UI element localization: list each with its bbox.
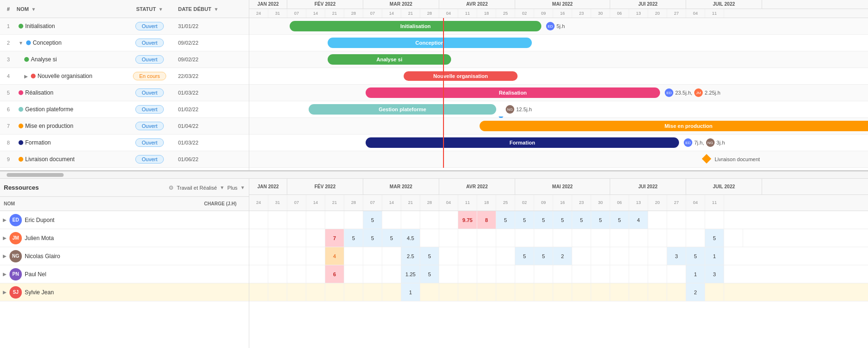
expand-icon[interactable]: ▼ [19,40,23,46]
res-cell: 5 [591,211,610,229]
status-dot [31,74,36,78]
resources-title: Ressources [4,184,39,191]
res-cell [610,247,629,265]
avatar: ED [9,214,22,226]
res-cell: 5 [363,229,382,247]
weeks-row: 24 31 07 14 21 28 07 14 21 28 04 11 18 2… [249,9,868,18]
gantt-bar-analyse[interactable]: Analyse si [328,54,451,65]
week-cell: 28 [420,9,439,18]
res-cell: 5 [553,211,572,229]
plus-chevron-icon[interactable]: ▼ [240,185,245,190]
week-cell: 07 [287,9,306,18]
status-badge[interactable]: Ouvert [135,105,163,114]
res-month-jan: JAN 2022 [249,179,287,194]
week-cell: 21 [325,195,344,211]
status-badge[interactable]: Ouvert [135,122,163,130]
week-cell: 02 [515,195,534,211]
status-badge[interactable]: Ouvert [135,155,163,164]
col-name-header: NOM ▼ [17,6,121,12]
week-cell: 02 [515,9,534,18]
res-cell [610,229,629,247]
task-row: 4 ▶ Nouvelle organisation En cours 22/03… [0,68,249,85]
date-filter-icon[interactable]: ▼ [214,7,218,12]
week-cell: 07 [363,195,382,211]
filter-label[interactable]: Travail et Réalisé [177,185,217,191]
status-filter-icon[interactable]: ▼ [158,7,163,12]
avatar: PN [9,268,22,280]
res-cell: 3 [705,265,724,283]
resource-row: ▶ JM Julien Mota [0,229,249,247]
resources-filter: ⚙ Travail et Réalisé ▼ Plus ▼ [169,184,245,191]
gantt-section: # NOM ▼ STATUT ▼ DATE DÉBUT ▼ 1 [0,0,868,171]
expand-button[interactable]: ▶ [0,235,9,241]
milestone-diamond [702,154,711,164]
res-cell [249,283,268,301]
resources-left-panel: Ressources ⚙ Travail et Réalisé ▼ Plus ▼… [0,179,249,348]
res-cell [553,265,572,283]
res-cell [629,265,648,283]
res-cell [287,283,306,301]
gantt-bar-gestion[interactable]: Gestion plateforme [309,104,496,115]
resources-section: Ressources ⚙ Travail et Réalisé ▼ Plus ▼… [0,179,868,348]
gantt-bar-conception[interactable]: Conception [328,38,532,48]
week-cell: 04 [439,9,458,18]
filter-chevron-icon[interactable]: ▼ [220,185,225,190]
res-cell [496,229,515,247]
res-cell [306,211,325,229]
expand-button[interactable]: ▶ [0,271,9,277]
task-row: 3 Analyse si Ouvert 09/02/22 [0,51,249,68]
status-badge[interactable]: Ouvert [135,88,163,97]
res-cell [268,265,287,283]
res-cell [477,247,496,265]
gantt-bar-row: Mise en production SJ [249,118,868,135]
avatar: NG [506,105,514,114]
resource-name: Paul Nel [25,271,192,278]
expand-button[interactable]: ▶ [0,217,9,222]
expand-button[interactable]: ▶ [0,290,9,295]
status-badge[interactable]: Ouvert [135,138,163,147]
res-cell [572,265,591,283]
gantt-header: JAN 2022 FÉV 2022 MAR 2022 AVR 2022 MAI … [249,0,868,18]
scroll-thumb[interactable] [7,173,64,177]
res-cell [287,247,306,265]
gantt-bar-realisation[interactable]: Réalisation [366,87,660,98]
res-cell [420,283,439,301]
resource-row: ▶ NG Nicolas Glairo [0,247,249,265]
plus-label[interactable]: Plus [227,185,237,191]
expand-button[interactable]: ▶ [0,253,9,259]
res-cell [382,283,401,301]
task-row: 2 ▼ Conception Ouvert 09/02/22 [0,35,249,51]
task-row: 8 Formation Ouvert 01/03/22 [0,135,249,151]
status-dot [19,157,23,162]
resource-info: ED 23.5j.h, JM 2.25j.h [665,88,720,97]
res-cell: 2 [686,283,705,301]
status-dot [19,90,23,95]
res-cell [287,229,306,247]
gantt-bar-initialisation[interactable]: Initialisation [290,21,541,31]
col-status-header: STATUT ▼ [121,6,178,12]
gantt-bar-formation[interactable]: Formation [366,137,679,148]
res-cell [667,211,686,229]
expand-icon[interactable]: ▶ [24,74,28,79]
res-cell [268,283,287,301]
res-cell [686,229,705,247]
status-badge[interactable]: Ouvert [135,39,163,47]
res-cell [306,265,325,283]
res-cell: 1 [686,265,705,283]
res-cell [534,265,553,283]
res-month-mar: MAR 2022 [363,179,439,194]
status-badge[interactable]: Ouvert [135,55,163,64]
res-cell: 8 [477,211,496,229]
avatar: JM [9,232,22,244]
res-cell [325,283,344,301]
gantt-bar-nouvelle-org[interactable]: Nouvelle organisation [404,71,518,81]
status-badge[interactable]: En cours [133,72,166,80]
settings-icon[interactable]: ⚙ [169,184,174,191]
gantt-bar-mise-prod[interactable]: Mise en production [480,121,868,131]
res-cell [287,211,306,229]
scroll-bar[interactable] [0,171,868,179]
status-badge[interactable]: Ouvert [135,22,163,30]
name-filter-icon[interactable]: ▼ [31,7,36,12]
res-cell [515,229,534,247]
week-cell: 04 [686,195,705,211]
